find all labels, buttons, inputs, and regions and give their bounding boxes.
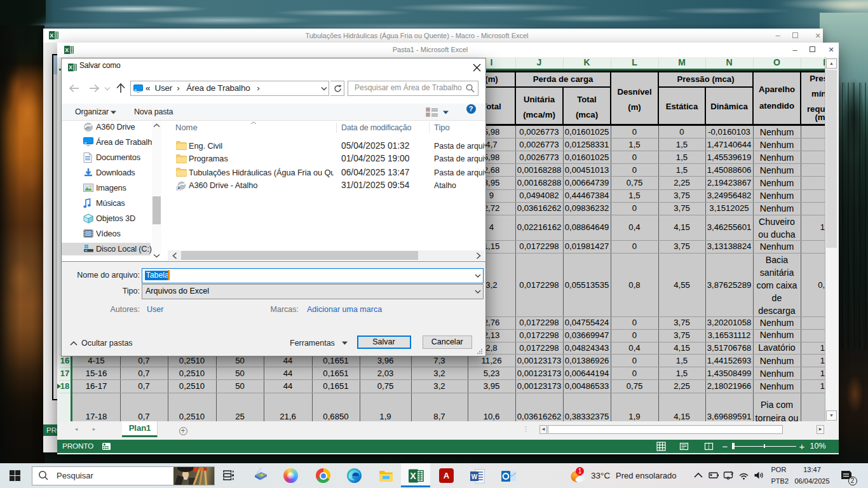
- svg-text:W: W: [471, 473, 478, 480]
- svg-text:X: X: [50, 32, 53, 39]
- svg-text:X: X: [65, 47, 69, 53]
- svg-text:X: X: [410, 471, 416, 481]
- svg-text:X: X: [69, 64, 72, 71]
